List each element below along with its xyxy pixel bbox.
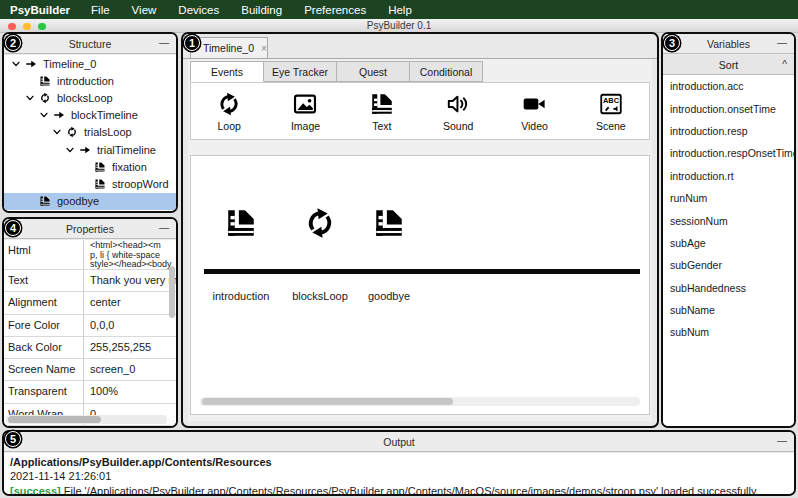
- property-value: 0,0,0: [84, 315, 176, 336]
- property-value: screen_0: [84, 359, 176, 380]
- property-row-fore-color[interactable]: Fore Color 0,0,0: [4, 315, 176, 337]
- property-row-alignment[interactable]: Alignment center: [4, 292, 176, 314]
- variable-item[interactable]: subHandedness: [663, 277, 794, 299]
- tool-image[interactable]: Image: [267, 83, 343, 139]
- scrollbar-thumb[interactable]: [202, 398, 453, 405]
- property-row-html[interactable]: Html <html><head><m p, li { white-space …: [4, 240, 176, 270]
- variable-item[interactable]: introduction.acc: [663, 75, 794, 97]
- chevron-down-icon[interactable]: [52, 127, 62, 137]
- tab-timeline-0[interactable]: Timeline_0 ×: [190, 37, 268, 58]
- output-panel-header: Output —: [4, 432, 794, 452]
- tool-loop[interactable]: Loop: [191, 83, 267, 139]
- chevron-down-icon[interactable]: [65, 145, 75, 155]
- tab-conditional[interactable]: Conditional: [409, 61, 483, 82]
- tree-item-stroopword[interactable]: stroopWord: [4, 175, 176, 192]
- menu-app-name[interactable]: PsyBuilder: [8, 4, 80, 16]
- property-row-text[interactable]: Text Thank you very m: [4, 270, 176, 292]
- success-tag: [success]: [10, 485, 61, 496]
- property-name: Alignment: [4, 292, 84, 313]
- tree-item-label: Timeline_0: [43, 58, 96, 70]
- variable-item[interactable]: runNum: [663, 187, 794, 209]
- annotation-badge-2: 2: [5, 35, 21, 51]
- loop-icon: [216, 91, 242, 117]
- menu-item-help[interactable]: Help: [377, 4, 423, 16]
- variable-item[interactable]: subNum: [663, 321, 794, 343]
- tab-close-icon[interactable]: ×: [261, 43, 267, 54]
- sort-header[interactable]: Sort ^: [663, 55, 794, 75]
- properties-vertical-scrollbar[interactable]: [169, 266, 175, 318]
- variable-item[interactable]: subAge: [663, 232, 794, 254]
- menu-item-devices[interactable]: Devices: [167, 4, 230, 16]
- property-name: Screen Name: [4, 359, 84, 380]
- property-row-screen-name[interactable]: Screen Name screen_0: [4, 359, 176, 381]
- properties-horizontal-scrollbar[interactable]: [6, 415, 167, 424]
- timeline-item-label: goodbye: [347, 290, 431, 302]
- collapse-caret-icon[interactable]: ^: [782, 59, 787, 70]
- variable-item[interactable]: introduction.rt: [663, 165, 794, 187]
- sound-icon: [445, 91, 471, 117]
- variable-item[interactable]: introduction.onsetTime: [663, 97, 794, 119]
- timeline-arrow-icon: [25, 58, 37, 70]
- text-component-icon: [369, 91, 395, 117]
- tree-item-timeline-0[interactable]: Timeline_0: [4, 55, 176, 72]
- properties-minimize-button[interactable]: —: [159, 219, 169, 239]
- tab-eye-tracker[interactable]: Eye Tracker: [263, 61, 337, 82]
- menu-item-view[interactable]: View: [121, 4, 168, 16]
- tool-scene[interactable]: Scene: [573, 83, 649, 139]
- tree-item-trialsloop[interactable]: trialsLoop: [4, 124, 176, 141]
- structure-minimize-button[interactable]: —: [159, 34, 169, 54]
- tool-sound[interactable]: Sound: [420, 83, 496, 139]
- tool-label: Video: [521, 120, 548, 132]
- annotation-badge-1: 1: [184, 35, 200, 51]
- property-row-transparent[interactable]: Transparent 100%: [4, 381, 176, 403]
- tool-video[interactable]: Video: [496, 83, 572, 139]
- variable-item[interactable]: sessionNum: [663, 209, 794, 231]
- timeline-item-goodbye[interactable]: goodbye: [347, 206, 431, 244]
- properties-panel: Properties — Html <html><head><m p, li {…: [2, 217, 178, 428]
- property-value: center: [84, 292, 176, 313]
- chevron-down-icon[interactable]: [39, 110, 49, 120]
- output-panel-title: Output: [383, 436, 415, 448]
- property-name: Fore Color: [4, 315, 84, 336]
- variable-item[interactable]: subGender: [663, 254, 794, 276]
- tree-item-fixation[interactable]: fixation: [4, 158, 176, 175]
- menu-item-preferences[interactable]: Preferences: [293, 4, 377, 16]
- variable-item[interactable]: introduction.respOnsetTime: [663, 142, 794, 164]
- tool-text[interactable]: Text: [344, 83, 420, 139]
- variable-item[interactable]: subName: [663, 299, 794, 321]
- mode-tab-bar: Events Eye Tracker Quest Conditional: [190, 61, 482, 82]
- tree-item-introduction[interactable]: introduction: [4, 72, 176, 89]
- structure-panel: Structure — Timeline_0 introduction bloc…: [2, 32, 178, 213]
- tree-item-trialtimeline[interactable]: trialTimeline: [4, 141, 176, 158]
- property-name: Back Color: [4, 337, 84, 358]
- property-row-back-color[interactable]: Back Color 255,255,255: [4, 337, 176, 359]
- menu-bar: PsyBuilder File View Devices Building Pr…: [0, 0, 798, 19]
- chevron-down-icon[interactable]: [11, 59, 21, 69]
- tab-quest[interactable]: Quest: [336, 61, 410, 82]
- chevron-down-icon[interactable]: [25, 93, 35, 103]
- tab-events[interactable]: Events: [190, 61, 264, 82]
- component-toolbox: Loop Image Text Sound Video Scene: [190, 82, 650, 140]
- text-component-icon: [39, 75, 51, 87]
- variables-panel-header: Variables —: [663, 34, 794, 54]
- tree-item-label: goodbye: [57, 195, 99, 207]
- timeline-canvas[interactable]: introduction blocksLoop goodbye: [190, 155, 650, 415]
- variables-minimize-button[interactable]: —: [777, 34, 787, 54]
- menu-item-file[interactable]: File: [80, 4, 121, 16]
- tree-item-label: blocksLoop: [57, 92, 113, 104]
- timeline-item-label: introduction: [199, 290, 283, 302]
- variable-item[interactable]: introduction.resp: [663, 120, 794, 142]
- tree-item-blocktimeline[interactable]: blockTimeline: [4, 107, 176, 124]
- property-value: 255,255,255: [84, 337, 176, 358]
- scrollbar-thumb[interactable]: [8, 416, 101, 423]
- menu-item-building[interactable]: Building: [230, 4, 293, 16]
- timeline-item-introduction[interactable]: introduction: [199, 206, 283, 244]
- tab-label: Timeline_0: [203, 42, 254, 54]
- tool-label: Text: [372, 120, 391, 132]
- output-minimize-button[interactable]: —: [777, 432, 787, 452]
- output-panel: Output — /Applications/PsyBuilder.app/Co…: [2, 430, 796, 496]
- tool-label: Loop: [217, 120, 240, 132]
- tree-item-goodbye[interactable]: goodbye: [4, 193, 176, 210]
- tree-item-blocksloop[interactable]: blocksLoop: [4, 89, 176, 106]
- canvas-horizontal-scrollbar[interactable]: [200, 397, 640, 406]
